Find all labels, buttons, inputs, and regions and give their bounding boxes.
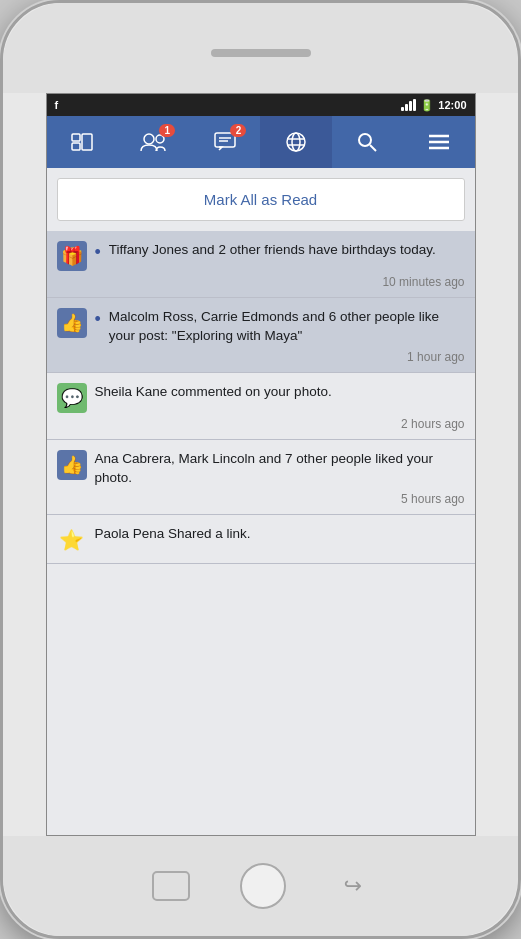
notif-text: Sheila Kane commented on your photo. [95,383,465,402]
time-display: 12:00 [438,99,466,111]
notif-row: 👍Ana Cabrera, Mark Lincoln and 7 other p… [57,450,465,488]
screen: f 🔋 12:00 [46,93,476,836]
mark-all-button[interactable]: Mark All as Read [57,178,465,221]
nav-home[interactable] [47,116,118,168]
notification-area: Mark All as Read 🎁•Tiffany Jones and 2 o… [47,168,475,835]
svg-rect-2 [82,134,92,150]
notif-icon-like: 👍 [57,308,87,338]
battery-icon: 🔋 [420,99,434,112]
app-icon: f [55,99,59,111]
home-button[interactable] [240,863,286,909]
back-button[interactable]: ↩ [336,872,370,900]
svg-point-12 [359,134,371,146]
nav-friends[interactable]: 1 [118,116,189,168]
svg-line-13 [370,145,376,151]
speaker-grille [211,49,311,57]
nav-globe[interactable] [260,116,331,168]
notif-row: ⭐Paola Pena Shared a link. [57,525,465,555]
notification-item-4[interactable]: 👍Ana Cabrera, Mark Lincoln and 7 other p… [47,440,475,515]
notif-icon-star: ⭐ [57,525,87,555]
status-right: 🔋 12:00 [401,99,466,112]
notif-text: Paola Pena Shared a link. [95,525,465,544]
unread-dot: • [95,243,101,261]
nav-bar: 1 2 [47,116,475,168]
svg-rect-0 [72,134,80,141]
notif-icon-comment: 💬 [57,383,87,413]
signal-bar-1 [401,107,404,111]
notif-time: 1 hour ago [57,350,465,364]
back-arrow-icon: ↩ [344,873,362,899]
notif-icon-birthday: 🎁 [57,241,87,271]
friends-badge: 1 [159,124,175,137]
notification-item-2[interactable]: 👍•Malcolm Ross, Carrie Edmonds and 6 oth… [47,298,475,373]
notif-row: 🎁•Tiffany Jones and 2 other friends have… [57,241,465,271]
globe-icon [285,131,307,153]
notification-item-5[interactable]: ⭐Paola Pena Shared a link. [47,515,475,564]
notif-row: 👍•Malcolm Ross, Carrie Edmonds and 6 oth… [57,308,465,346]
signal-bar-4 [413,99,416,111]
nav-search[interactable] [332,116,403,168]
notif-time: 10 minutes ago [57,275,465,289]
signal-bar-3 [409,101,412,111]
svg-rect-1 [72,143,80,150]
status-bar: f 🔋 12:00 [47,94,475,116]
menu-icon [429,134,449,150]
phone-shell: f 🔋 12:00 [0,0,521,939]
notif-text: Ana Cabrera, Mark Lincoln and 7 other pe… [95,450,465,488]
svg-point-8 [287,133,305,151]
notif-text: Malcolm Ross, Carrie Edmonds and 6 other… [109,308,465,346]
nav-menu[interactable] [403,116,474,168]
home-icon [71,133,93,151]
notif-text: Tiffany Jones and 2 other friends have b… [109,241,465,260]
messages-badge: 2 [230,124,246,137]
notif-icon-like2: 👍 [57,450,87,480]
notif-row: 💬Sheila Kane commented on your photo. [57,383,465,413]
bottom-bezel: ↩ [3,836,518,936]
notification-item-3[interactable]: 💬Sheila Kane commented on your photo.2 h… [47,373,475,440]
notification-item-1[interactable]: 🎁•Tiffany Jones and 2 other friends have… [47,231,475,298]
search-icon [357,132,377,152]
notif-time: 2 hours ago [57,417,465,431]
signal-bars [401,99,416,111]
svg-point-9 [292,133,300,151]
svg-point-3 [144,134,154,144]
recent-apps-button[interactable] [152,871,190,901]
nav-messages[interactable]: 2 [189,116,260,168]
top-bezel [3,3,518,93]
signal-bar-2 [405,104,408,111]
notification-list: 🎁•Tiffany Jones and 2 other friends have… [47,231,475,564]
notif-time: 5 hours ago [57,492,465,506]
unread-dot: • [95,310,101,328]
